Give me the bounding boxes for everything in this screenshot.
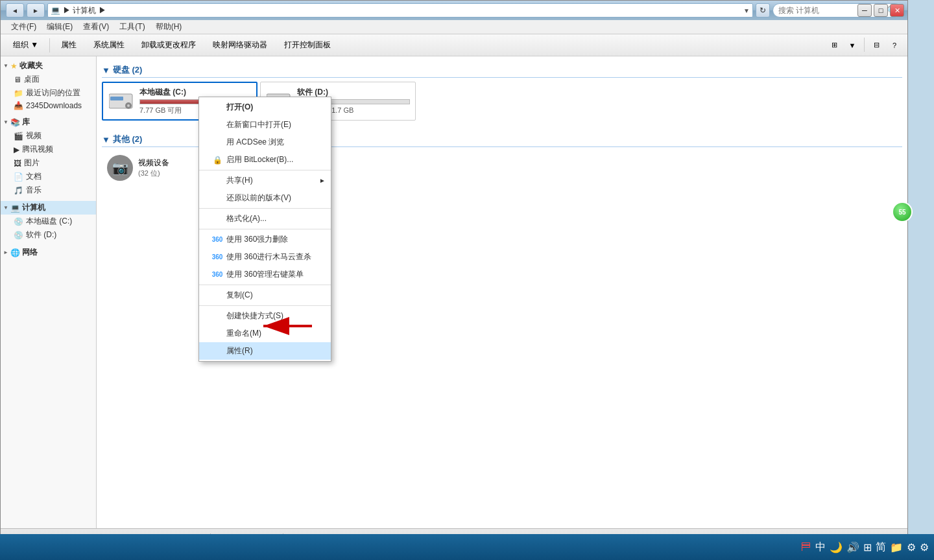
ctx-properties[interactable]: 属性(R): [199, 342, 331, 360]
ctx-rename-icon: [212, 329, 222, 339]
toolbar: 组织 ▼ 属性 系统属性 卸载或更改程序 映射网络驱动器 打开控制面板 ⊞ ▼ …: [1, 34, 907, 56]
pictures-icon: 🖼: [14, 159, 21, 168]
ctx-360scan[interactable]: 360 使用 360进行木马云查杀: [199, 248, 331, 266]
tray-icon-folder-red[interactable]: 📁: [890, 541, 903, 554]
toolbar-sep-1: [49, 38, 50, 52]
sidebar-item-desktop[interactable]: 🖥 桌面: [1, 73, 96, 86]
sidebar: ▼ ★ 收藏夹 🖥 桌面 📁 最近访问的位置 📥 2345Downloads ▼…: [1, 56, 97, 528]
ctx-copy[interactable]: 复制(C): [199, 286, 331, 304]
toolbar-map-drive[interactable]: 映射网络驱动器: [206, 37, 274, 54]
sidebar-item-video[interactable]: 🎬 视频: [1, 129, 96, 143]
network-icon: 🌐: [10, 248, 20, 257]
favorites-header[interactable]: ▼ ★ 收藏夹: [1, 59, 96, 73]
libraries-label: 库: [22, 117, 30, 128]
tray-icon-red[interactable]: ⛿: [801, 541, 811, 553]
libraries-header[interactable]: ▼ 📚 库: [1, 115, 96, 129]
ctx-sep-2: [199, 208, 331, 209]
menu-file[interactable]: 文件(F): [6, 20, 42, 34]
network-label: 网络: [22, 247, 38, 258]
drive-icon-c: [108, 91, 134, 111]
sidebar-item-documents[interactable]: 📄 文档: [1, 170, 96, 183]
ctx-sep-3: [199, 229, 331, 229]
svg-rect-1: [110, 97, 123, 100]
tray-icon-zh[interactable]: 中: [815, 541, 826, 554]
sidebar-item-recent[interactable]: 📁 最近访问的位置: [1, 86, 96, 100]
favorites-label: 收藏夹: [19, 60, 43, 71]
system-tray: ⛿ 中 🌙 🔊 ⊞ 简 📁 ⚙ ⚙: [0, 534, 934, 560]
sidebar-item-music[interactable]: 🎵 音乐: [1, 183, 96, 197]
refresh-button[interactable]: ↻: [756, 3, 770, 18]
address-dropdown-arrow[interactable]: ▼: [743, 7, 750, 14]
tencent-video-icon: ▶: [14, 145, 19, 154]
ctx-open-icon: [212, 102, 222, 113]
toolbar-properties[interactable]: 属性: [54, 37, 84, 54]
favorites-triangle: ▼: [3, 63, 8, 69]
ctx-open[interactable]: 打开(O): [199, 99, 331, 116]
ctx-bitlocker-icon: 🔒: [212, 155, 222, 165]
close-button[interactable]: ✕: [890, 4, 904, 17]
ctx-360del-icon: 360: [212, 235, 222, 245]
triangle-other: ▼: [102, 135, 110, 145]
ctx-copy-icon: [212, 290, 222, 301]
menu-edit[interactable]: 编辑(E): [42, 20, 78, 34]
maximize-button[interactable]: □: [874, 4, 888, 17]
tray-icon-gear[interactable]: ⚙: [907, 541, 916, 554]
menu-help[interactable]: 帮助(H): [150, 20, 187, 34]
sidebar-item-pictures[interactable]: 🖼 图片: [1, 156, 96, 170]
ctx-bitlocker[interactable]: 🔒 启用 BitLocker(B)...: [199, 151, 331, 169]
toolbar-uninstall[interactable]: 卸载或更改程序: [134, 37, 203, 54]
network-header[interactable]: ► 🌐 网络: [1, 246, 96, 259]
ctx-open-new[interactable]: 在新窗口中打开(E): [199, 116, 331, 134]
sidebar-item-soft-d[interactable]: 💿 软件 (D:): [1, 228, 96, 242]
toolbar-organize[interactable]: 组织 ▼: [6, 37, 45, 54]
tray-icon-moon[interactable]: 🌙: [830, 541, 843, 554]
toolbar-system-properties[interactable]: 系统属性: [86, 37, 132, 54]
sidebar-item-tencent-video[interactable]: ▶ 腾讯视频: [1, 143, 96, 156]
view-toggle[interactable]: ⊞: [826, 38, 842, 53]
menu-view[interactable]: 查看(V): [78, 20, 114, 34]
green-badge: 55: [892, 202, 913, 222]
ctx-360del[interactable]: 360 使用 360强力删除: [199, 231, 331, 248]
context-menu: 打开(O) 在新窗口中打开(E) 用 ACDSee 浏览 🔒 启用 BitLoc…: [198, 97, 331, 362]
ctx-rename[interactable]: 重命名(M): [199, 325, 331, 342]
tray-icon-grid[interactable]: ⊞: [863, 541, 872, 554]
sidebar-item-downloads[interactable]: 📥 2345Downloads: [1, 100, 96, 111]
video-device-name: 视频设备: [138, 158, 169, 169]
computer-icon: 💻: [10, 204, 20, 213]
tray-icon-settings2[interactable]: ⚙: [920, 541, 929, 554]
minimize-button[interactable]: ─: [857, 4, 872, 17]
toolbar-control-panel[interactable]: 打开控制面板: [277, 37, 338, 54]
ctx-format-icon: [212, 214, 222, 224]
pane-toggle[interactable]: ⊟: [868, 38, 884, 53]
sidebar-item-local-c[interactable]: 💿 本地磁盘 (C:): [1, 215, 96, 228]
music-icon: 🎵: [14, 186, 23, 195]
ctx-shortcut[interactable]: 创建快捷方式(S): [199, 307, 331, 325]
menu-tools[interactable]: 工具(T): [114, 20, 150, 34]
back-button[interactable]: ◄: [6, 3, 24, 18]
tray-icon-volume[interactable]: 🔊: [846, 541, 859, 554]
libraries-triangle: ▼: [3, 119, 8, 125]
libraries-icon: 📚: [10, 118, 20, 127]
address-icon: 💻: [51, 6, 60, 15]
help-btn[interactable]: ?: [887, 38, 902, 53]
ctx-sep-4: [199, 285, 331, 285]
tray-icon-jian[interactable]: 简: [876, 541, 886, 554]
ctx-share[interactable]: 共享(H) ►: [199, 172, 331, 189]
triangle-hdd: ▼: [102, 65, 110, 75]
navigation-area: ◄ ► 💻 ▶ 计算机 ▶ ▼ ↻ 🔍: [6, 3, 902, 18]
ctx-restore[interactable]: 还原以前的版本(V): [199, 189, 331, 207]
video-icon: 🎬: [14, 132, 23, 141]
ctx-360menu-icon: 360: [212, 270, 222, 280]
view-dropdown[interactable]: ▼: [844, 38, 860, 53]
address-bar[interactable]: 💻 ▶ 计算机 ▶ ▼: [47, 3, 753, 18]
computer-header[interactable]: ▼ 💻 计算机: [1, 201, 96, 215]
content-area: ▼ ★ 收藏夹 🖥 桌面 📁 最近访问的位置 📥 2345Downloads ▼…: [1, 56, 907, 528]
ctx-360menu[interactable]: 360 使用 360管理右键菜单: [199, 266, 331, 283]
forward-button[interactable]: ►: [27, 3, 45, 18]
ctx-acdsee[interactable]: 用 ACDSee 浏览: [199, 134, 331, 151]
ctx-acdsee-icon: [212, 137, 222, 148]
ctx-format[interactable]: 格式化(A)...: [199, 210, 331, 228]
window-controls: ─ □ ✕: [857, 4, 904, 17]
address-path: ▶ 计算机 ▶: [63, 5, 741, 16]
ctx-shortcut-icon: [212, 311, 222, 321]
